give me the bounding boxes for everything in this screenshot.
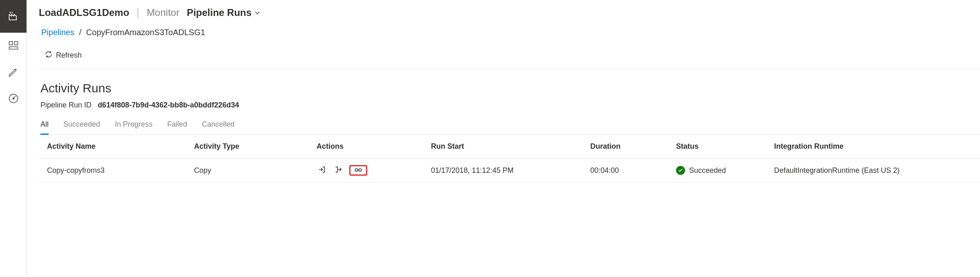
breadcrumb-separator: / — [79, 28, 82, 37]
cell-activity-type: Copy — [194, 166, 317, 175]
app-title: LoadADLSG1Demo — [39, 7, 129, 18]
filter-tab-inprogress[interactable]: In Progress — [115, 120, 152, 134]
breadcrumb-link-pipelines[interactable]: Pipelines — [41, 28, 74, 37]
header-duration[interactable]: Duration — [590, 142, 676, 151]
breadcrumb: Pipelines / CopyFromAmazonS3ToADLSG1 — [39, 28, 980, 37]
section-title: Activity Runs — [39, 81, 980, 95]
action-details-button[interactable] — [349, 165, 367, 176]
filter-tab-succeeded[interactable]: Succeeded — [63, 120, 100, 134]
cell-actions — [317, 165, 431, 176]
divider — [39, 69, 980, 69]
action-output-button[interactable] — [333, 165, 344, 176]
svg-point-4 — [13, 98, 14, 99]
svg-rect-2 — [9, 47, 18, 49]
output-icon — [334, 165, 343, 176]
status-text: Succeeded — [689, 166, 726, 175]
header-actions[interactable]: Actions — [317, 142, 431, 151]
cell-activity-name: Copy-copyfroms3 — [47, 166, 194, 175]
action-input-button[interactable] — [317, 165, 327, 176]
svg-rect-1 — [14, 41, 18, 45]
pipeline-runs-dropdown[interactable]: Pipeline Runs — [187, 7, 261, 18]
svg-point-6 — [359, 168, 361, 171]
main-content: LoadADLSG1Demo | Monitor Pipeline Runs P… — [27, 0, 980, 277]
filter-tab-all[interactable]: All — [40, 120, 49, 135]
header-divider: | — [136, 6, 139, 19]
header-run-start[interactable]: Run Start — [431, 142, 590, 151]
svg-point-5 — [355, 168, 357, 171]
filter-tabs: All Succeeded In Progress Failed Cancell… — [39, 120, 980, 135]
filter-tab-failed[interactable]: Failed — [167, 120, 187, 134]
header-section-label: Monitor — [147, 7, 179, 18]
chevron-down-icon — [254, 7, 261, 18]
cell-status: Succeeded — [676, 166, 774, 175]
breadcrumb-current: CopyFromAmazonS3ToADLSG1 — [86, 28, 205, 37]
run-id-label: Pipeline Run ID — [40, 101, 92, 109]
refresh-label: Refresh — [56, 51, 82, 60]
header-activity-type[interactable]: Activity Type — [194, 142, 317, 151]
glasses-icon — [354, 165, 363, 176]
sidebar-item-author[interactable] — [0, 59, 27, 86]
factory-icon — [8, 10, 19, 23]
filter-tab-cancelled[interactable]: Cancelled — [202, 120, 234, 134]
dropdown-label: Pipeline Runs — [187, 7, 252, 18]
header: LoadADLSG1Demo | Monitor Pipeline Runs — [39, 6, 980, 19]
svg-rect-0 — [9, 41, 12, 45]
sidebar-item-monitor[interactable] — [0, 86, 27, 112]
pencil-icon — [8, 66, 19, 79]
cell-duration: 00:04:00 — [590, 166, 676, 175]
header-activity-name[interactable]: Activity Name — [47, 142, 194, 151]
sidebar — [0, 0, 27, 277]
run-id-value: d614f808-7b9d-4362-bb8b-a0bddf226d34 — [98, 101, 239, 109]
run-id-row: Pipeline Run ID d614f808-7b9d-4362-bb8b-… — [39, 101, 980, 109]
success-check-icon — [676, 166, 685, 175]
cell-runtime: DefaultIntegrationRuntime (East US 2) — [774, 166, 972, 175]
refresh-icon — [45, 50, 53, 60]
dashboard-icon — [8, 40, 19, 53]
activity-runs-table: Activity Name Activity Type Actions Run … — [39, 135, 980, 183]
cell-run-start: 01/17/2018, 11:12:45 PM — [431, 166, 590, 175]
header-runtime[interactable]: Integration Runtime — [774, 142, 972, 151]
sidebar-item-overview[interactable] — [0, 33, 27, 59]
sidebar-item-factory[interactable] — [0, 0, 27, 33]
gauge-icon — [8, 93, 19, 106]
refresh-button[interactable]: Refresh — [39, 45, 980, 69]
header-status[interactable]: Status — [676, 142, 774, 151]
input-icon — [317, 165, 326, 176]
table-header: Activity Name Activity Type Actions Run … — [39, 135, 980, 159]
table-row: Copy-copyfroms3 Copy — [39, 159, 980, 183]
